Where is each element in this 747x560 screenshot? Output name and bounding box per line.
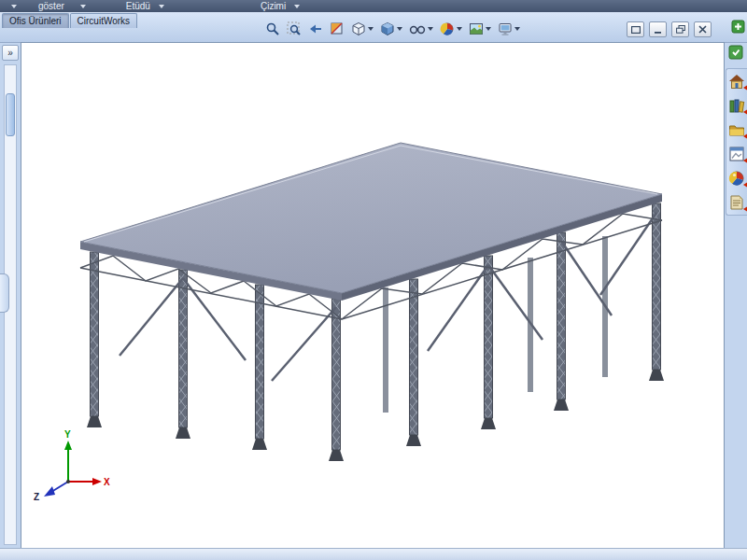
view-palette-icon[interactable] [728,146,745,162]
document-window-controls [627,21,712,37]
x-axis-label: X [104,477,110,487]
dropdown-caret-icon [514,27,520,31]
dropdown-caret-icon [397,27,402,31]
solidworks-window: göster Etüdü Çizimi Ofis Ürünleri Circui… [0,0,747,560]
custom-properties-icon[interactable] [728,194,745,211]
dropdown-caret-icon [428,27,433,31]
x-axis-arrow-icon [92,478,102,485]
tab-circuitworks[interactable]: CircuitWorks [70,13,137,28]
hide-show-items-icon[interactable] [407,19,435,39]
red-arrow-icon [743,158,747,163]
add-toolbar-icon[interactable] [731,20,745,34]
edit-appearance-icon[interactable] [438,19,464,39]
model-3d-structure[interactable] [80,143,664,461]
dropdown-caret-icon [294,5,300,8]
menu-item-etudu[interactable]: Etüdü [123,0,153,12]
red-arrow-icon [743,133,747,139]
y-axis-arrow-icon [64,441,72,450]
dropdown-caret-icon [486,27,491,31]
design-library-icon[interactable] [728,97,745,114]
view-orientation-icon[interactable] [349,19,375,39]
maximize-window-button[interactable] [627,21,644,37]
graphics-area[interactable]: Y X Z [21,42,725,549]
menu-item-goster[interactable]: göster [35,0,67,12]
red-arrow-icon [743,206,747,212]
apply-scene-icon[interactable] [467,19,493,39]
command-tabs: Ofis Ürünleri CircuitWorks [2,13,137,28]
restore-window-button[interactable] [671,21,689,37]
z-axis-label: Z [34,492,39,502]
red-arrow-icon [743,182,747,188]
view-settings-icon[interactable] [496,19,522,39]
task-pane-strip [725,42,747,549]
column-feet [87,370,664,461]
panel-splitter-handle[interactable] [0,273,9,313]
zoom-to-area-icon[interactable] [285,19,303,39]
zoom-to-fit-icon[interactable] [263,19,282,39]
task-pane-tabs [726,68,747,216]
task-pane-toggle-icon[interactable] [727,44,744,61]
deck-slab[interactable] [80,143,662,301]
scrollbar-thumb[interactable] [6,93,15,136]
minimize-window-button[interactable] [649,21,667,37]
section-view-icon[interactable] [328,19,346,39]
dropdown-caret-icon [457,27,462,31]
z-axis-arrow-icon [44,486,55,497]
dropdown-caret-icon [80,5,86,8]
command-manager-row: Ofis Ürünleri CircuitWorks [0,12,747,43]
close-window-button[interactable] [694,21,712,37]
menu-item-cizimi[interactable]: Çizimi [258,0,289,12]
graphics-svg[interactable]: Y X Z [21,43,724,548]
display-style-icon[interactable] [378,19,404,39]
file-explorer-icon[interactable] [728,121,745,138]
dropdown-caret-icon [159,5,164,8]
tab-ofis-urunleri[interactable]: Ofis Ürünleri [2,13,69,28]
status-bar [0,548,747,560]
dropdown-caret-icon [368,27,374,31]
previous-view-icon[interactable] [306,19,325,39]
menu-bar: göster Etüdü Çizimi [0,0,747,12]
heads-up-view-toolbar [263,19,522,39]
orientation-triad: Y X Z [34,429,110,502]
appearances-scenes-icon[interactable] [728,170,745,187]
y-axis-label: Y [64,429,71,440]
red-arrow-icon [743,85,747,91]
dropdown-caret-icon [11,5,17,8]
red-arrow-icon [743,109,747,115]
expand-panel-button[interactable]: » [2,45,19,61]
feature-manager-collapsed-panel: » [0,42,21,549]
solidworks-resources-icon[interactable] [728,73,745,90]
